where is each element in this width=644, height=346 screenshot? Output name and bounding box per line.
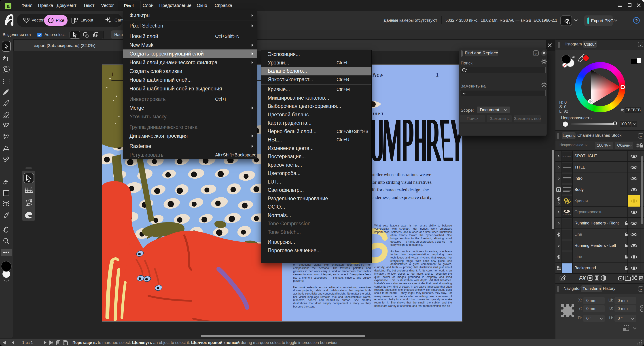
svg-text:1: 1 [111,71,114,78]
